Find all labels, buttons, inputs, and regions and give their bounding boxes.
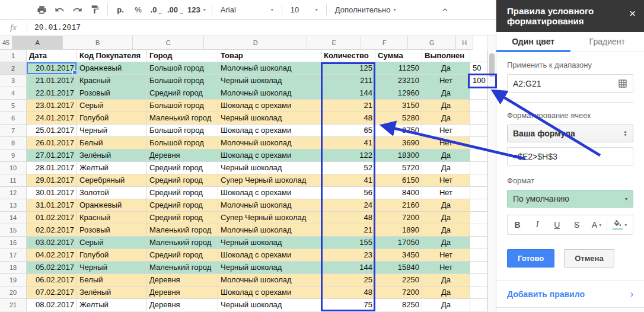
cell-C5[interactable]: Большой город: [147, 100, 218, 112]
cell-G6[interactable]: Да: [422, 112, 470, 125]
row-header-18[interactable]: 18: [0, 262, 27, 274]
underline-button[interactable]: U: [547, 215, 567, 234]
cell-G14[interactable]: Да: [422, 212, 470, 224]
cell-E10[interactable]: 52: [321, 162, 375, 174]
row-header-13[interactable]: 13: [0, 199, 27, 212]
cell-D5[interactable]: Шоколад с орехами: [218, 100, 321, 112]
cell-A12[interactable]: 30.01.2017: [27, 187, 77, 199]
cell-C11[interactable]: Средний город: [147, 174, 218, 187]
row-header-19[interactable]: 19: [0, 274, 27, 286]
cell-A15[interactable]: 02.02.2017: [27, 224, 77, 237]
cell-B8[interactable]: Белый: [77, 137, 147, 149]
cell-C14[interactable]: Средний город: [147, 212, 218, 224]
cell-H8[interactable]: [470, 137, 487, 149]
cell-G21[interactable]: Да: [422, 299, 470, 311]
cell-C17[interactable]: Средний город: [147, 249, 218, 262]
cell-C1[interactable]: Город: [147, 50, 218, 62]
cell-H17[interactable]: [470, 249, 487, 262]
cell-E9[interactable]: 122: [321, 149, 375, 162]
cell-B10[interactable]: Желтый: [77, 162, 147, 174]
cell-G2[interactable]: Да: [422, 62, 470, 75]
cell-F9[interactable]: 18300: [375, 149, 422, 162]
cell-H7[interactable]: [470, 125, 487, 137]
increase-decimal-button[interactable]: .00→: [165, 2, 185, 17]
text-color-button[interactable]: A ▾: [586, 215, 606, 234]
font-family-select[interactable]: Arial ▾: [216, 2, 278, 17]
cell-H19[interactable]: [470, 274, 487, 286]
tab-gradient[interactable]: Градиент: [570, 32, 644, 52]
cell-H1[interactable]: [470, 50, 487, 62]
row-header-12[interactable]: 12: [0, 187, 27, 199]
row-header-14[interactable]: 14: [0, 212, 27, 224]
cell-A18[interactable]: 05.02.2017: [27, 262, 77, 274]
cell-B21[interactable]: Желтый: [77, 299, 147, 311]
rule-type-select[interactable]: Ваша формула ▲▼: [507, 125, 633, 142]
cell-A9[interactable]: 27.01.2017: [27, 149, 77, 162]
cell-C4[interactable]: Средний город: [147, 87, 218, 100]
cell-F13[interactable]: 2160: [375, 199, 422, 212]
decrease-decimal-button[interactable]: .0←: [147, 2, 165, 17]
cell-F19[interactable]: 2250: [375, 274, 422, 286]
cell-E5[interactable]: 21: [321, 100, 375, 112]
row-header-10[interactable]: 10: [0, 162, 27, 174]
formula-input[interactable]: =$E2>$H$3: [507, 147, 633, 165]
cell-D12[interactable]: Шоколад с орехами: [218, 187, 321, 199]
cell-A21[interactable]: 08.02.2017: [27, 299, 77, 311]
cell-D21[interactable]: Черный шоколад: [218, 299, 321, 311]
percent-format-button[interactable]: %: [129, 2, 147, 17]
cell-D1[interactable]: Товар: [218, 50, 321, 62]
cell-F8[interactable]: 3690: [375, 137, 422, 149]
cell-C12[interactable]: Средний город: [147, 187, 218, 199]
cell-G15[interactable]: Да: [422, 224, 470, 237]
cell-G13[interactable]: Да: [422, 199, 470, 212]
row-header-2[interactable]: 2: [0, 62, 27, 75]
cell-A20[interactable]: 07.02.2017: [27, 286, 77, 299]
cell-C21[interactable]: Деревня: [147, 299, 218, 311]
cell-D20[interactable]: Шоколад с орехами: [218, 286, 321, 299]
cell-A5[interactable]: 23.01.2017: [27, 100, 77, 112]
cell-B17[interactable]: Голубой: [77, 249, 147, 262]
row-header-21[interactable]: 21: [0, 299, 27, 311]
cell-H13[interactable]: [470, 199, 487, 212]
cell-D19[interactable]: Молочный шоколад: [218, 274, 321, 286]
cell-D11[interactable]: Супер Черный шоколад: [218, 174, 321, 187]
cancel-button[interactable]: Отмена: [564, 249, 614, 268]
cell-B5[interactable]: Серый: [77, 100, 147, 112]
cell-F17[interactable]: 3450: [375, 249, 422, 262]
cell-G5[interactable]: Да: [422, 100, 470, 112]
cell-G18[interactable]: Нет: [422, 262, 470, 274]
cell-A19[interactable]: 06.02.2017: [27, 274, 77, 286]
cell-E3[interactable]: 211: [321, 75, 375, 87]
cell-H6[interactable]: [470, 112, 487, 125]
column-header-D[interactable]: D: [204, 36, 307, 50]
cell-E1[interactable]: Количество: [321, 50, 375, 62]
cell-E18[interactable]: 144: [321, 262, 375, 274]
cell-A13[interactable]: 31.01.2017: [27, 199, 77, 212]
cell-E15[interactable]: 21: [321, 224, 375, 237]
cell-G7[interactable]: Нет: [422, 125, 470, 137]
column-header-G[interactable]: G: [408, 36, 456, 50]
cell-A16[interactable]: 03.02.2017: [27, 237, 77, 249]
cell-H3[interactable]: 100: [470, 75, 487, 87]
cell-A17[interactable]: 04.02.2017: [27, 249, 77, 262]
cell-F18[interactable]: 15840: [375, 262, 422, 274]
cell-E8[interactable]: 41: [321, 137, 375, 149]
undo-button[interactable]: [50, 2, 68, 17]
row-header-4[interactable]: 4: [0, 87, 27, 100]
cell-D6[interactable]: Черный шоколад: [218, 112, 321, 125]
cell-C16[interactable]: Маленький город: [147, 237, 218, 249]
cell-F6[interactable]: 5280: [375, 112, 422, 125]
cell-H20[interactable]: [470, 286, 487, 299]
row-header-15[interactable]: 15: [0, 224, 27, 237]
cell-E20[interactable]: 48: [321, 286, 375, 299]
tab-single-color[interactable]: Один цвет: [496, 32, 570, 52]
row-header-17[interactable]: 17: [0, 249, 27, 262]
cell-F20[interactable]: 7200: [375, 286, 422, 299]
cell-F2[interactable]: 11250: [375, 62, 422, 75]
cell-G20[interactable]: Да: [422, 286, 470, 299]
cell-B11[interactable]: Серебряный: [77, 174, 147, 187]
cell-B3[interactable]: Красный: [77, 75, 147, 87]
cell-E6[interactable]: 48: [321, 112, 375, 125]
cell-F10[interactable]: 5720: [375, 162, 422, 174]
cell-B4[interactable]: Розовый: [77, 87, 147, 100]
